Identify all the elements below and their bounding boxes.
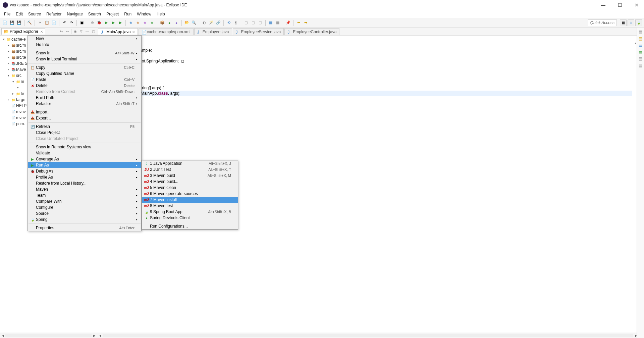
copy-icon[interactable]: 📋	[44, 20, 50, 26]
menu-item[interactable]: ●Spring Devtools Client	[142, 215, 238, 221]
menu-item[interactable]: Go Into	[28, 42, 141, 48]
ext-icon[interactable]: ◈	[128, 20, 134, 26]
menu-item[interactable]: 📤Export...	[28, 115, 141, 121]
menu-item[interactable]: Show in Local Terminal▸	[28, 56, 141, 62]
menu-item[interactable]: Close Project	[28, 130, 141, 136]
menu-project[interactable]: Project	[104, 11, 121, 17]
menu-item[interactable]: Source▸	[28, 210, 141, 216]
menu-file[interactable]: File	[1, 11, 13, 17]
context-menu[interactable]: New▸Go IntoShow InAlt+Shift+W▸Show in Lo…	[28, 35, 142, 231]
menu-item[interactable]: Maven▸	[28, 186, 141, 192]
menu-search[interactable]: Search	[86, 11, 104, 17]
menu-item[interactable]: JU2 JUnit TestAlt+Shift+X, T	[142, 166, 238, 173]
perspective-java[interactable]: ♨	[628, 19, 634, 26]
grid2-icon[interactable]: ▦	[275, 20, 281, 26]
search-icon[interactable]: 🔍	[191, 20, 197, 26]
close-icon[interactable]: ✕	[132, 30, 135, 34]
menu-item[interactable]: Show InAlt+Shift+W▸	[28, 50, 141, 56]
menu-item[interactable]: Build Path▸	[28, 95, 141, 101]
coverage-icon[interactable]: ▶	[110, 20, 116, 26]
menu-item[interactable]: 📋CopyCtrl+C	[28, 64, 141, 70]
focus-icon[interactable]: ◉	[73, 29, 77, 34]
ext2-icon[interactable]: ◈	[135, 20, 141, 26]
max-icon[interactable]: ▢	[91, 29, 96, 34]
cut-icon[interactable]: ✂	[37, 20, 43, 26]
menu-item[interactable]: Remove from ContextCtrl+Alt+Shift+Down	[28, 89, 141, 95]
save-icon[interactable]: 💾	[9, 20, 15, 26]
wand-icon[interactable]: 🪄	[208, 20, 214, 26]
maximize-button[interactable]: ☐	[615, 2, 625, 8]
editor-tab[interactable]: JMainApp.java✕	[98, 28, 138, 35]
menu-item[interactable]: Team▸	[28, 192, 141, 198]
menu-item[interactable]: m26 Maven generate-sources	[142, 191, 238, 197]
menu-item[interactable]: Validate	[28, 150, 141, 156]
collapse-icon[interactable]: ⇆	[59, 29, 64, 34]
ext3-icon[interactable]: ◈	[142, 20, 148, 26]
box-icon[interactable]: ▢	[243, 20, 249, 26]
menu-item[interactable]: Show in Remote Systems view	[28, 144, 141, 150]
menu-item[interactable]: 🔄RefreshF5	[28, 124, 141, 130]
grid-icon[interactable]: ▦	[268, 20, 274, 26]
outline2-icon[interactable]: ▤	[639, 36, 642, 41]
hammer-icon[interactable]: 🔨	[26, 20, 33, 26]
para-icon[interactable]: ¶	[233, 20, 239, 26]
menu-item[interactable]: Run Configurations...	[142, 223, 238, 229]
min-icon[interactable]: —	[85, 29, 90, 34]
menu-item[interactable]: ✖DeleteDelete	[28, 83, 141, 89]
menu-item[interactable]: 🍃Spring▸	[28, 216, 141, 223]
menu-source[interactable]: Source	[25, 11, 44, 17]
menu-item[interactable]: 📄PasteCtrl+V	[28, 77, 141, 83]
close-button[interactable]: ✕	[632, 2, 641, 8]
fwd-icon[interactable]: ➡	[303, 20, 309, 26]
box3-icon[interactable]: ▢	[257, 20, 263, 26]
perspective-boot[interactable]: 🍃	[635, 19, 642, 26]
horizontal-scrollbar[interactable]: ◀▶	[0, 333, 97, 338]
menu-item[interactable]: m27 Maven install	[142, 197, 238, 203]
menu-edit[interactable]: Edit	[13, 11, 25, 17]
outline3-icon[interactable]: ▤	[639, 43, 642, 48]
menu-item[interactable]: PropertiesAlt+Enter	[28, 225, 141, 231]
new-class-icon[interactable]: ●	[166, 20, 172, 26]
menu-item[interactable]: J1 Java ApplicationAlt+Shift+X, J	[142, 160, 238, 166]
open-type-icon[interactable]: 📂	[184, 20, 190, 26]
menu-item[interactable]: 📥Import...	[28, 109, 141, 115]
menu-item[interactable]: Copy Qualified Name	[28, 70, 141, 77]
editor-hscroll[interactable]: ◀▶	[97, 333, 639, 338]
paste-icon[interactable]: 📄	[51, 20, 57, 26]
menu-help[interactable]: Help	[154, 11, 168, 17]
menu-item[interactable]: Compare With▸	[28, 198, 141, 204]
back-icon[interactable]: ⬅	[296, 20, 302, 26]
debug-icon[interactable]: 🐞	[96, 20, 102, 26]
menu-item[interactable]: Close Unrelated Project	[28, 136, 141, 142]
minimize-button[interactable]: —	[598, 2, 608, 8]
menu-item[interactable]: RefactorAlt+Shift+T▸	[28, 101, 141, 107]
outline-icon[interactable]: ▤	[639, 30, 642, 34]
new-icon[interactable]: 📄	[2, 20, 8, 26]
menu-item[interactable]: New▸	[28, 36, 141, 42]
terminal-icon[interactable]: ▣	[79, 20, 85, 26]
box2-icon[interactable]: ▢	[250, 20, 256, 26]
menu-item[interactable]: 🍃9 Spring Boot AppAlt+Shift+X, B	[142, 209, 238, 215]
menu-item[interactable]: Profile As▸	[28, 174, 141, 180]
menu-item[interactable]: m24 Maven build...	[142, 179, 238, 185]
link-icon[interactable]: 🔗	[215, 20, 221, 26]
menu-navigate[interactable]: Navigate	[64, 11, 85, 17]
menu-run[interactable]: Run	[121, 11, 134, 17]
new-pkg-icon[interactable]: 📦	[159, 20, 165, 26]
editor-tab[interactable]: JEmployee.java	[194, 28, 232, 35]
run-last-icon[interactable]: ▶	[117, 20, 123, 26]
menu-window[interactable]: Window	[134, 11, 154, 17]
new-iface-icon[interactable]: ●	[173, 20, 179, 26]
task-icon[interactable]: ◐	[201, 20, 207, 26]
perspective-1[interactable]: ▦	[620, 19, 627, 26]
menu-icon[interactable]: ▽	[79, 29, 84, 34]
menu-item[interactable]: ▶Coverage As▸	[28, 156, 141, 162]
undo-icon[interactable]: ↶	[61, 20, 67, 26]
menu-item[interactable]: 🐞Debug As▸	[28, 168, 141, 174]
menu-item[interactable]: m25 Maven clean	[142, 185, 238, 191]
redo-icon[interactable]: ↷	[68, 20, 74, 26]
run-as-submenu[interactable]: J1 Java ApplicationAlt+Shift+X, JJU2 JUn…	[142, 160, 238, 230]
menu-item[interactable]: Configure▸	[28, 204, 141, 210]
editor-tab[interactable]: JEmployeeController.java	[284, 28, 339, 35]
link-editor-icon[interactable]: ⇔	[65, 29, 70, 34]
